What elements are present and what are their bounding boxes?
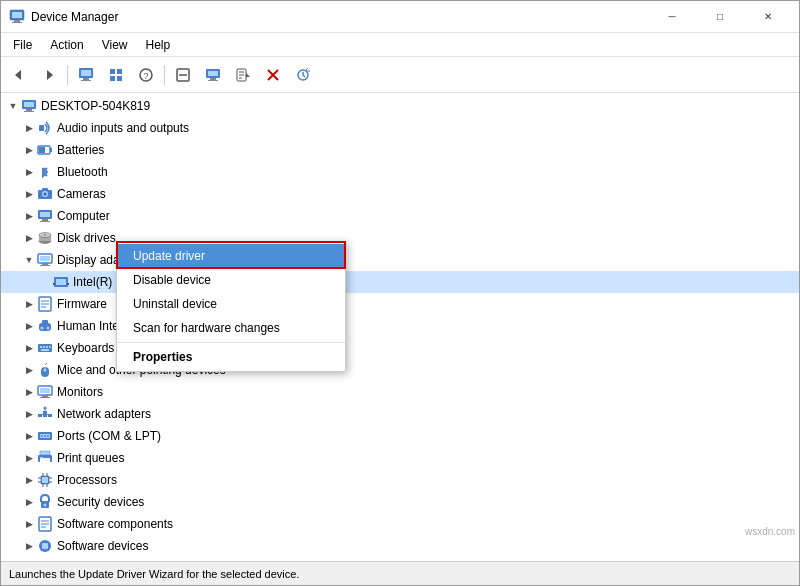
svg-point-65 <box>47 327 50 330</box>
svg-marker-5 <box>47 70 53 80</box>
toolbar-help[interactable]: ? <box>132 61 160 89</box>
menu-action[interactable]: Action <box>42 36 91 54</box>
toolbar-forward[interactable] <box>35 61 63 89</box>
context-menu-properties[interactable]: Properties <box>117 345 345 369</box>
close-button[interactable]: ✕ <box>745 1 791 33</box>
svg-rect-21 <box>208 80 218 81</box>
svg-rect-10 <box>110 69 115 74</box>
expand-icon: ▶ <box>21 472 37 488</box>
svg-point-89 <box>41 435 43 437</box>
list-item[interactable]: ▶ Batteries <box>1 139 799 161</box>
svg-rect-33 <box>24 111 34 112</box>
list-item[interactable]: ▶ Software components <box>1 513 799 535</box>
list-item[interactable]: ▶ Computer <box>1 205 799 227</box>
svg-rect-71 <box>41 349 49 351</box>
svg-marker-4 <box>15 70 21 80</box>
svg-rect-79 <box>40 397 50 398</box>
svg-rect-12 <box>110 76 115 81</box>
svg-rect-34 <box>39 125 44 131</box>
svg-rect-45 <box>40 221 50 222</box>
disable-label: Disable device <box>133 273 211 287</box>
svg-rect-44 <box>42 219 48 221</box>
title-bar-left: Device Manager <box>9 9 118 25</box>
list-item[interactable]: ▶ Security devices <box>1 491 799 513</box>
item-label: Computer <box>57 209 110 223</box>
context-menu-uninstall[interactable]: Uninstall device <box>117 292 345 316</box>
list-item[interactable]: ▶ Software devices <box>1 535 799 557</box>
list-item[interactable]: ▶ Network adapters <box>1 403 799 425</box>
list-item[interactable]: ▶ Processors <box>1 469 799 491</box>
item-label: Batteries <box>57 143 104 157</box>
svg-rect-8 <box>83 78 89 80</box>
svg-line-84 <box>47 414 48 415</box>
svg-rect-9 <box>81 80 91 81</box>
svg-rect-113 <box>42 543 48 549</box>
menu-file[interactable]: File <box>5 36 40 54</box>
toolbar-back[interactable] <box>5 61 33 89</box>
root-icon <box>21 98 37 114</box>
security-icon <box>37 494 53 510</box>
item-label: Processors <box>57 473 117 487</box>
expand-icon: ▶ <box>21 494 37 510</box>
toolbar-collapse[interactable] <box>169 61 197 89</box>
item-label: Software devices <box>57 539 148 553</box>
expand-icon: ▶ <box>21 384 37 400</box>
svg-point-49 <box>44 234 46 236</box>
expand-icon: ▼ <box>21 252 37 268</box>
toolbar-properties[interactable] <box>72 61 100 89</box>
toolbar-scan[interactable] <box>289 61 317 89</box>
battery-icon <box>37 142 53 158</box>
svg-rect-67 <box>40 346 42 348</box>
list-item[interactable]: ▶ Monitors <box>1 381 799 403</box>
list-item[interactable]: ▶ Sound, video and game controllers <box>1 557 799 561</box>
svg-rect-36 <box>50 148 52 152</box>
hid-icon <box>37 318 53 334</box>
menu-view[interactable]: View <box>94 36 136 54</box>
display-icon <box>37 252 53 268</box>
toolbar-delete[interactable] <box>259 61 287 89</box>
svg-rect-70 <box>49 346 51 348</box>
expand-icon: ▶ <box>21 340 37 356</box>
context-menu-update-driver[interactable]: Update driver <box>117 244 345 268</box>
context-menu-scan[interactable]: Scan for hardware changes <box>117 316 345 340</box>
list-item[interactable]: ▶ Cameras <box>1 183 799 205</box>
svg-rect-7 <box>81 70 91 76</box>
status-text: Launches the Update Driver Wizard for th… <box>9 568 299 580</box>
item-label: Audio inputs and outputs <box>57 121 189 135</box>
svg-rect-78 <box>42 395 48 397</box>
title-bar: Device Manager ─ □ ✕ <box>1 1 799 33</box>
scan-label: Scan for hardware changes <box>133 321 280 335</box>
svg-rect-63 <box>42 320 48 325</box>
list-item[interactable]: ▶ Audio inputs and outputs <box>1 117 799 139</box>
menu-bar: File Action View Help <box>1 33 799 57</box>
expand-icon: ▶ <box>21 538 37 554</box>
expand-icon: ▶ <box>21 296 37 312</box>
svg-rect-32 <box>26 109 32 111</box>
svg-rect-2 <box>14 20 20 22</box>
svg-rect-55 <box>56 279 66 285</box>
context-menu: Update driver Disable device Uninstall d… <box>116 241 346 372</box>
svg-rect-68 <box>43 346 45 348</box>
svg-rect-13 <box>117 76 122 81</box>
svg-point-64 <box>41 327 44 330</box>
toolbar-computer[interactable] <box>199 61 227 89</box>
toolbar-update[interactable] <box>229 61 257 89</box>
context-menu-disable[interactable]: Disable device <box>117 268 345 292</box>
svg-rect-52 <box>42 263 48 265</box>
bluetooth-icon <box>37 164 53 180</box>
svg-rect-81 <box>43 411 47 417</box>
expand-icon: ▶ <box>21 208 37 224</box>
tree-root[interactable]: ▼ DESKTOP-504K819 <box>1 95 799 117</box>
svg-line-83 <box>42 414 43 415</box>
list-item[interactable]: ▶ Ports (COM & LPT) <box>1 425 799 447</box>
toolbar-grid[interactable] <box>102 61 130 89</box>
svg-point-40 <box>44 193 47 196</box>
menu-help[interactable]: Help <box>138 36 179 54</box>
list-item[interactable]: ▶ Print queues <box>1 447 799 469</box>
item-label: Keyboards <box>57 341 114 355</box>
maximize-button[interactable]: □ <box>697 1 743 33</box>
item-label: Bluetooth <box>57 165 108 179</box>
list-item[interactable]: ▶ Bluetooth <box>1 161 799 183</box>
minimize-button[interactable]: ─ <box>649 1 695 33</box>
window-controls: ─ □ ✕ <box>649 1 791 33</box>
